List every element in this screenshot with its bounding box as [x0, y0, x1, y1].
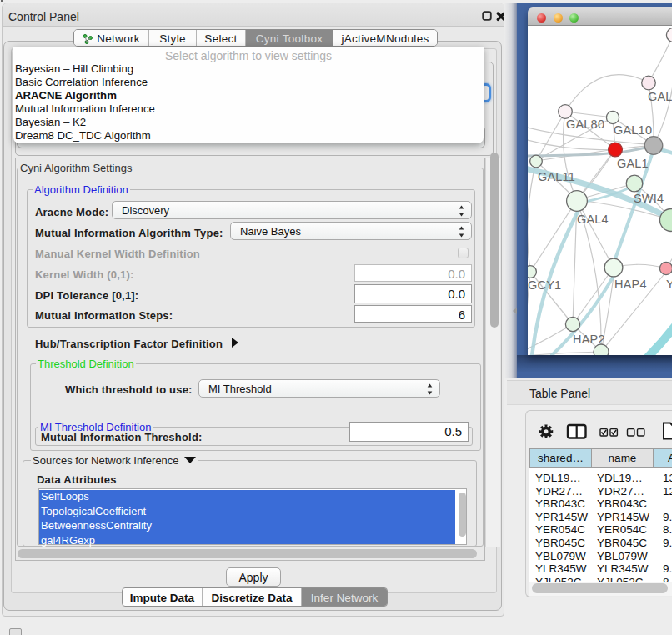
- svg-text:GAL10: GAL10: [614, 123, 652, 137]
- svg-text:GCY1: GCY1: [528, 278, 561, 292]
- svg-text:GAL80: GAL80: [566, 118, 604, 131]
- svg-text:GAL7: GAL7: [648, 90, 672, 103]
- svg-text:GAL1: GAL1: [617, 157, 649, 170]
- svg-text:YBR045C: YBR045C: [666, 278, 672, 291]
- svg-text:SWI4: SWI4: [634, 192, 664, 205]
- svg-text:GAL4: GAL4: [577, 212, 609, 226]
- svg-text:GAL11: GAL11: [538, 170, 575, 183]
- svg-text:HAP2: HAP2: [573, 332, 605, 346]
- svg-text:HAP4: HAP4: [614, 278, 647, 291]
